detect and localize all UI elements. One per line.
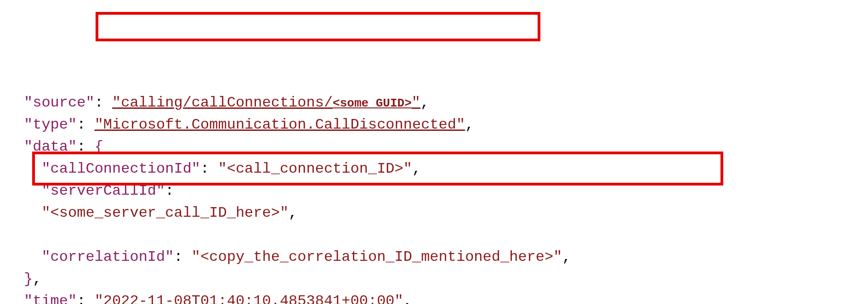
json-key-callconnectionid: "callConnectionId" [41,160,200,177]
json-val-correlationid: "<copy_the_correlation_ID_mentioned_here… [192,248,562,265]
highlight-box-type [96,12,540,41]
json-val-time: "2022-11-08T01:40:10.4853841+00:00" [95,293,403,304]
json-val-source-suffix: " [412,94,420,111]
json-val-source-placeholder: <some_GUID> [333,96,412,110]
json-key-time: "time" [24,293,77,304]
json-val-type: "Microsoft.Communication.CallDisconnecte… [95,116,465,133]
json-key-correlationid: "correlationId" [41,248,174,265]
json-val-servercallid: "<some_server_call_ID_here>" [41,204,289,221]
json-val-source-prefix: "calling/callConnections/ [112,94,333,111]
json-key-source: "source" [24,94,95,111]
code-snippet: "source": "calling/callConnections/<some… [24,92,868,304]
json-key-type: "type" [24,116,77,133]
json-key-data: "data" [24,138,77,155]
json-key-servercallid: "serverCallId" [41,182,165,199]
json-val-callconnectionid: "<call_connection_ID>" [218,160,412,177]
